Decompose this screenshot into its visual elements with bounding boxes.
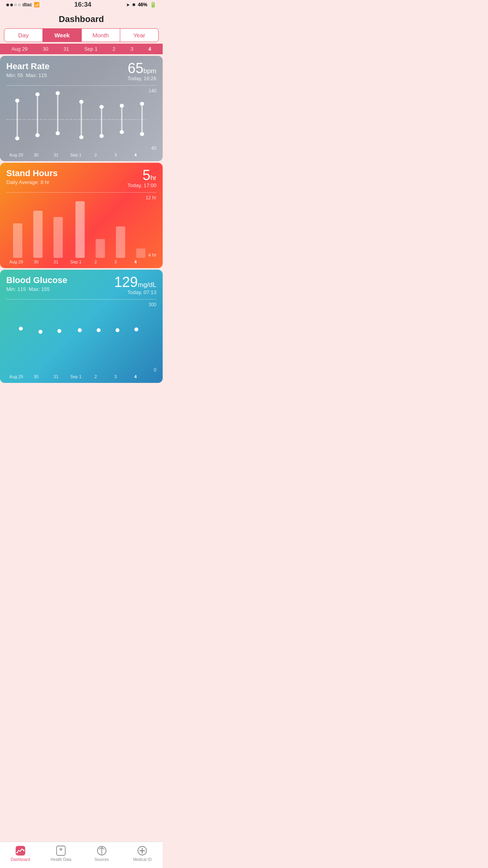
stand-x-3: 3 xyxy=(106,259,126,264)
battery-icon: 🔋 xyxy=(150,2,156,8)
date-3: 3 xyxy=(130,46,133,52)
hr-x-4: 4 xyxy=(125,153,145,157)
glucose-x-2: 2 xyxy=(86,374,106,379)
dot-1 xyxy=(6,4,9,6)
stand-hours-value-line: 5hr xyxy=(128,168,156,182)
scroll-area: Heart Rate Min: 55 Max: 115 65bpm Today,… xyxy=(0,54,163,410)
date-strip-top: Aug 29 30 31 Sep 1 2 3 4 xyxy=(0,44,163,54)
status-right: ➤ ✱ 46% 🔋 xyxy=(126,2,156,8)
heart-rate-card: Heart Rate Min: 55 Max: 115 65bpm Today,… xyxy=(0,56,163,161)
blood-glucose-right: 129mg/dL Today, 07:13 xyxy=(114,275,156,295)
hr-y-max: 140 xyxy=(149,88,156,94)
svg-point-2 xyxy=(15,136,20,140)
blood-glucose-timestamp: Today, 07:13 xyxy=(114,289,156,295)
heart-rate-chart: 140 40 xyxy=(6,88,156,151)
status-time: 16:34 xyxy=(74,1,91,9)
wifi-icon: 📶 xyxy=(34,2,40,7)
stand-hours-right: 5hr Today, 17:00 xyxy=(128,168,156,188)
svg-rect-22 xyxy=(13,223,22,258)
svg-point-1 xyxy=(15,99,20,103)
glucose-x-30: 30 xyxy=(26,374,46,379)
stand-y-mid: 4 hr xyxy=(148,252,156,258)
battery-pct: 46% xyxy=(138,2,147,7)
glucose-x-4: 4 xyxy=(125,374,145,379)
svg-rect-25 xyxy=(75,201,85,258)
heart-rate-unit: bpm xyxy=(143,67,156,75)
hr-x-3: 3 xyxy=(106,153,126,157)
glucose-x-labels: Aug 29 30 31 Sep 1 2 3 4 xyxy=(6,374,156,379)
glucose-y-max: 300 xyxy=(149,302,156,307)
dot-2 xyxy=(10,4,13,6)
stand-hours-divider xyxy=(6,192,156,193)
period-tabs: Day Week Month Year xyxy=(4,28,159,42)
date-aug29: Aug 29 xyxy=(11,46,28,52)
tab-day[interactable]: Day xyxy=(4,29,43,42)
hr-x-labels: Aug 29 30 31 Sep 1 2 3 4 xyxy=(6,153,156,157)
stand-hours-value: 5 xyxy=(143,167,150,183)
stand-hours-left: Stand Hours Daily Average: 8 hr xyxy=(6,168,58,185)
glucose-x-sep1: Sep 1 xyxy=(66,374,86,379)
date-30: 30 xyxy=(43,46,48,52)
heart-rate-title: Heart Rate xyxy=(6,61,50,72)
bluetooth-icon: ✱ xyxy=(132,2,136,7)
status-left: dtac 📶 xyxy=(6,2,40,7)
stand-hours-avg: Daily Average: 8 hr xyxy=(6,179,58,185)
svg-point-4 xyxy=(35,92,40,96)
hr-dashed-line xyxy=(6,120,147,120)
status-bar: dtac 📶 16:34 ➤ ✱ 46% 🔋 xyxy=(0,0,163,9)
tab-week[interactable]: Week xyxy=(43,29,81,42)
carrier-label: dtac xyxy=(22,2,32,7)
stand-hours-chart: 12 hr 4 hr xyxy=(6,195,156,258)
stand-hours-timestamp: Today, 17:00 xyxy=(128,182,156,188)
heart-rate-right: 65bpm Today, 16:26 xyxy=(128,61,156,81)
svg-point-30 xyxy=(39,330,42,334)
svg-rect-23 xyxy=(33,211,43,258)
svg-point-8 xyxy=(56,131,60,135)
location-icon: ➤ xyxy=(126,2,130,7)
hr-x-2: 2 xyxy=(86,153,106,157)
hr-y-min: 40 xyxy=(151,145,156,151)
svg-point-11 xyxy=(79,135,84,139)
stand-x-aug29: Aug 29 xyxy=(6,259,26,264)
heart-rate-minmax: Min: 55 Max: 115 xyxy=(6,72,50,78)
blood-glucose-left: Blood Glucose Min: 115 Max: 155 xyxy=(6,275,67,292)
date-31: 31 xyxy=(63,46,69,52)
svg-point-32 xyxy=(78,328,82,332)
hr-x-31: 31 xyxy=(46,153,66,157)
signal-dots xyxy=(6,4,21,6)
stand-hours-header: Stand Hours Daily Average: 8 hr 5hr Toda… xyxy=(6,168,156,188)
tab-year[interactable]: Year xyxy=(120,29,158,42)
hr-x-30: 30 xyxy=(26,153,46,157)
svg-rect-28 xyxy=(136,248,145,258)
blood-glucose-header: Blood Glucose Min: 115 Max: 155 129mg/dL… xyxy=(6,275,156,295)
svg-point-5 xyxy=(35,133,40,137)
glucose-chart-svg xyxy=(6,302,156,373)
date-2: 2 xyxy=(112,46,115,52)
svg-point-33 xyxy=(97,328,101,332)
hr-x-aug29: Aug 29 xyxy=(6,153,26,157)
glucose-y-min: 0 xyxy=(154,367,156,373)
svg-point-7 xyxy=(56,91,60,95)
svg-point-31 xyxy=(57,329,61,333)
dot-3 xyxy=(14,4,17,6)
svg-point-17 xyxy=(120,130,124,134)
stand-x-sep1: Sep 1 xyxy=(66,259,86,264)
stand-hours-unit: hr xyxy=(150,174,156,182)
heart-rate-value-line: 65bpm xyxy=(128,61,156,75)
svg-point-13 xyxy=(99,105,104,109)
page-title: Dashboard xyxy=(0,9,163,28)
stand-x-2: 2 xyxy=(86,259,106,264)
heart-rate-value: 65 xyxy=(128,60,143,76)
blood-glucose-value: 129 xyxy=(114,274,138,290)
blood-glucose-unit: mg/dL xyxy=(138,281,156,289)
tab-month[interactable]: Month xyxy=(82,29,120,42)
svg-point-20 xyxy=(140,132,144,136)
blood-glucose-minmax: Min: 115 Max: 155 xyxy=(6,286,67,292)
date-4: 4 xyxy=(149,46,151,52)
date-sep1: Sep 1 xyxy=(84,46,97,52)
stand-y-max: 12 hr xyxy=(146,195,156,200)
heart-rate-divider xyxy=(6,85,156,86)
glucose-x-3: 3 xyxy=(106,374,126,379)
stand-x-31: 31 xyxy=(46,259,66,264)
hr-x-sep1: Sep 1 xyxy=(66,153,86,157)
